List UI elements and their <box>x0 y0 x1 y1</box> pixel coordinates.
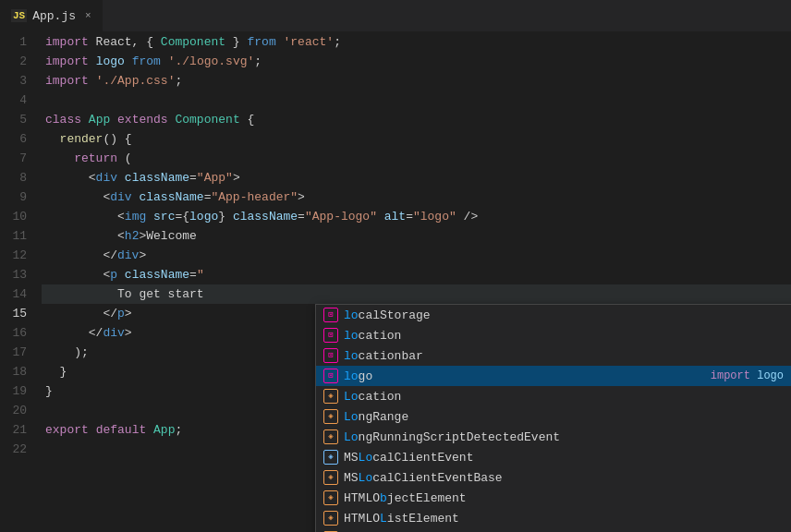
class-icon: ◈ <box>323 409 338 424</box>
class-icon: ◈ <box>323 470 338 485</box>
line-number: 8 <box>7 168 27 187</box>
autocomplete-label: LongRange <box>344 407 791 427</box>
method-icon: ⊡ <box>323 328 338 343</box>
line-number: 20 <box>7 401 27 420</box>
tab-close-button[interactable]: × <box>85 10 91 21</box>
class-icon: ◈ <box>323 511 338 526</box>
line-number: 22 <box>7 440 27 459</box>
autocomplete-item[interactable]: ◈ HTMLObjectElement <box>316 488 791 508</box>
autocomplete-item[interactable]: ◈ Location <box>316 386 791 406</box>
class-icon: ◈ <box>323 490 338 505</box>
autocomplete-label: logo <box>344 367 705 386</box>
autocomplete-label: location <box>344 326 791 345</box>
line-number: 16 <box>7 323 27 343</box>
line-number: 19 <box>7 381 27 401</box>
line-number-active: 15 <box>7 304 27 323</box>
autocomplete-item[interactable]: ⊡ location <box>316 325 791 345</box>
code-line: import React, { Component } from 'react'… <box>42 32 791 52</box>
autocomplete-item[interactable]: ◈ MSLocalClientEvent <box>316 447 791 467</box>
autocomplete-label: localStorage <box>344 306 791 325</box>
autocomplete-item[interactable]: ⊡ locationbar <box>316 345 791 366</box>
code-line: </div> <box>42 246 791 265</box>
code-editor[interactable]: import React, { Component } from 'react'… <box>42 32 791 532</box>
autocomplete-label: HTMLOListElement <box>344 509 791 528</box>
code-line: <img src={logo} className="App-logo" alt… <box>42 207 791 226</box>
code-line: import logo from './logo.svg'; <box>42 52 791 71</box>
code-line: <p className=" <box>42 265 791 284</box>
js-file-icon: JS <box>11 9 27 22</box>
class-icon: ◈ <box>323 429 338 444</box>
line-number: 12 <box>7 246 27 265</box>
tab-app-js[interactable]: JS App.js × <box>0 0 103 31</box>
code-line: return ( <box>42 149 791 168</box>
line-number: 10 <box>7 207 27 226</box>
code-line-active: To get start <box>42 284 791 304</box>
code-line: <div className="App-header"> <box>42 187 791 207</box>
autocomplete-dropdown[interactable]: ⊡ localStorage ⊡ location ⊡ locationbar … <box>315 304 791 532</box>
line-number: 2 <box>7 52 27 71</box>
line-number: 21 <box>7 420 27 440</box>
autocomplete-label: HTMLOptGroupElement <box>344 529 791 533</box>
line-number: 14 <box>7 284 27 304</box>
line-number: 3 <box>7 71 27 91</box>
autocomplete-item[interactable]: ◈ LongRunningScriptDetectedEvent <box>316 427 791 447</box>
tab-bar: JS App.js × <box>0 0 791 32</box>
autocomplete-label: HTMLObjectElement <box>344 489 791 508</box>
line-number: 18 <box>7 362 27 381</box>
code-line: class App extends Component { <box>42 110 791 129</box>
line-number: 13 <box>7 265 27 284</box>
autocomplete-item[interactable]: ◈ HTMLOptGroupElement <box>316 528 791 532</box>
autocomplete-item[interactable]: ⊡ localStorage <box>316 305 791 325</box>
autocomplete-item[interactable]: ◈ HTMLOListElement <box>316 508 791 528</box>
autocomplete-item-selected[interactable]: ⊡ logo import logo ℹ <box>316 366 791 386</box>
autocomplete-item[interactable]: ◈ MSLocalClientEventBase <box>316 467 791 488</box>
code-line: render() { <box>42 129 791 149</box>
autocomplete-label: locationbar <box>344 346 791 366</box>
autocomplete-label: Location <box>344 387 791 406</box>
tab-label: App.js <box>32 9 76 23</box>
code-line: <div className="App"> <box>42 168 791 187</box>
line-number: 1 <box>7 32 27 52</box>
autocomplete-detail: import logo <box>711 367 784 386</box>
code-line: <h2>Welcome <box>42 226 791 246</box>
line-number: 6 <box>7 129 27 149</box>
line-numbers: 1 2 3 4 5 6 7 8 9 10 11 12 13 14 15 16 1… <box>0 32 42 532</box>
code-line <box>42 91 791 110</box>
autocomplete-label: MSLocalClientEvent <box>344 448 791 467</box>
line-number: 11 <box>7 226 27 246</box>
code-line: import './App.css'; <box>42 71 791 91</box>
method-icon: ⊡ <box>323 308 338 322</box>
method-icon: ⊡ <box>323 369 338 383</box>
autocomplete-item[interactable]: ◈ LongRange <box>316 406 791 427</box>
line-number: 4 <box>7 91 27 110</box>
line-number: 5 <box>7 110 27 129</box>
property-icon: ◈ <box>323 450 338 465</box>
editor-area: 1 2 3 4 5 6 7 8 9 10 11 12 13 14 15 16 1… <box>0 32 791 532</box>
line-number: 17 <box>7 343 27 362</box>
line-number: 7 <box>7 149 27 168</box>
autocomplete-label: LongRunningScriptDetectedEvent <box>344 428 791 447</box>
line-number: 9 <box>7 187 27 207</box>
autocomplete-label: MSLocalClientEventBase <box>344 468 791 488</box>
class-icon: ◈ <box>323 389 338 404</box>
method-icon: ⊡ <box>323 348 338 363</box>
